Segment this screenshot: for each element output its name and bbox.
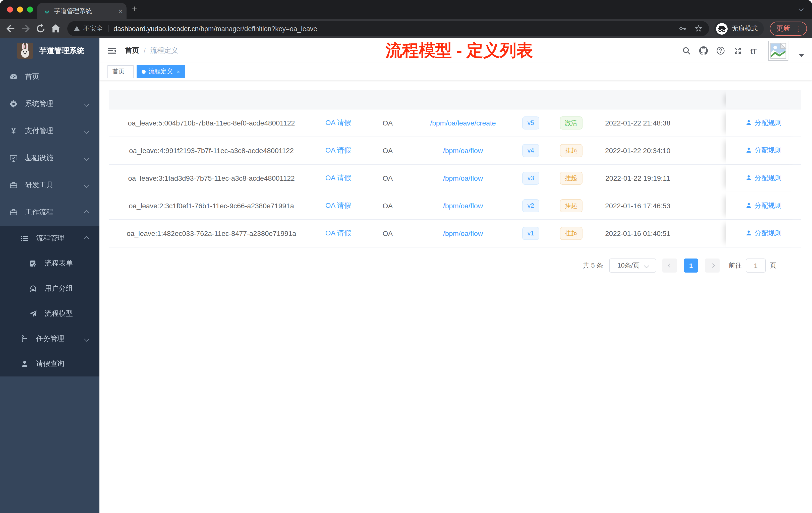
goto-page-input[interactable] <box>746 259 766 273</box>
goto-unit: 页 <box>770 261 776 270</box>
deploy-time: 2022-01-22 19:19:11 <box>593 174 682 182</box>
user-icon <box>20 359 29 368</box>
close-icon[interactable]: × <box>177 68 180 74</box>
new-tab-button[interactable]: + <box>132 3 137 14</box>
tag[interactable]: 首页 <box>108 65 134 78</box>
browser-tab[interactable]: 芋道管理系统 × <box>37 3 126 19</box>
maximize-window-button[interactable] <box>27 6 33 12</box>
list-icon <box>20 234 29 243</box>
page-number-button[interactable]: 1 <box>684 259 698 273</box>
definition-name-link[interactable]: OA 请假 <box>325 146 351 154</box>
breadcrumb-home[interactable]: 首页 <box>125 46 139 55</box>
monitor-icon <box>9 154 18 163</box>
chevron-down-icon[interactable] <box>799 54 804 57</box>
assign-rule-link[interactable]: 分配规则 <box>745 118 782 127</box>
next-page-button[interactable] <box>705 259 720 273</box>
sidebar-item[interactable]: 流程模型 <box>0 301 99 326</box>
forward-icon[interactable] <box>19 22 32 35</box>
font-size-icon[interactable]: tT <box>750 47 756 55</box>
url-domain: dashboard.yudao.iocoder.cn <box>114 25 199 32</box>
assign-rule-link[interactable]: 分配规则 <box>745 174 782 183</box>
star-icon[interactable] <box>694 24 703 33</box>
version-badge: v1 <box>522 227 539 240</box>
question-icon[interactable] <box>716 46 725 55</box>
key-icon[interactable] <box>678 24 687 33</box>
form-link[interactable]: /bpm/oa/leave/create <box>430 119 496 127</box>
sidebar-item[interactable]: 用户分组 <box>0 276 99 301</box>
form-link[interactable]: /bpm/oa/flow <box>443 230 483 237</box>
url-text[interactable]: dashboard.yudao.iocoder.cn/bpm/manager/d… <box>114 25 673 32</box>
form-link[interactable]: /bpm/oa/flow <box>443 174 483 182</box>
hamburger-icon[interactable] <box>107 46 117 56</box>
definition-table: oa_leave:5:004b710b-7b8a-11ec-8ef0-acde4… <box>109 90 801 247</box>
sidebar-item[interactable]: 基础设施 <box>0 145 99 172</box>
assign-rule-link[interactable]: 分配规则 <box>745 201 782 210</box>
assign-rule-link[interactable]: 分配规则 <box>745 229 782 238</box>
sidebar-item[interactable]: 流程管理 <box>0 226 99 251</box>
version-badge: v3 <box>522 172 539 185</box>
github-icon[interactable] <box>699 46 708 55</box>
definition-name-link[interactable]: OA 请假 <box>325 229 351 237</box>
sidebar-item[interactable]: 研发工具 <box>0 172 99 199</box>
sidebar-item[interactable]: 工作流程 <box>0 199 99 226</box>
form-link[interactable]: /bpm/oa/flow <box>443 202 483 210</box>
sidebar-item[interactable]: 首页 <box>0 63 99 90</box>
address-bar[interactable]: 不安全 dashboard.yudao.iocoder.cn/bpm/manag… <box>67 21 709 36</box>
definition-name-link[interactable]: OA 请假 <box>325 118 351 126</box>
table-row: oa_leave:5:004b710b-7b8a-11ec-8ef0-acde4… <box>109 110 801 137</box>
browser-update-button[interactable]: 更新 ⋮ <box>770 22 807 36</box>
assign-rule-link[interactable]: 分配规则 <box>745 146 782 155</box>
browser-menu-dots-icon[interactable]: ⋮ <box>795 25 802 32</box>
reload-icon[interactable] <box>34 22 47 35</box>
fullscreen-icon[interactable] <box>733 46 742 55</box>
toolbox-icon <box>9 208 18 217</box>
tab-search-chevron-icon[interactable] <box>799 6 804 11</box>
definition-id: oa_leave:3:1fad3d93-7b75-11ec-a3c8-acde4… <box>109 174 314 182</box>
users-icon <box>29 284 38 293</box>
form-icon <box>29 259 38 268</box>
status-badge: 挂起 <box>560 227 582 240</box>
app-navbar: 首页 / 流程定义 流程模型 - 定义列表 tT <box>99 38 812 63</box>
form-link[interactable]: /bpm/oa/flow <box>443 147 483 155</box>
definition-category: OA <box>362 230 413 237</box>
version-badge: v4 <box>522 144 539 157</box>
definition-name-link[interactable]: OA 请假 <box>325 174 351 182</box>
search-icon[interactable] <box>682 46 691 55</box>
security-label[interactable]: 不安全 <box>83 24 103 33</box>
sidebar-logo-row[interactable]: 芋道管理系统 <box>0 38 99 63</box>
definition-name-link[interactable]: OA 请假 <box>325 201 351 209</box>
main-area: 首页 / 流程定义 流程模型 - 定义列表 tT 首页 <box>99 38 812 513</box>
sidebar-item[interactable]: 系统管理 <box>0 90 99 117</box>
breadcrumb-separator: / <box>144 47 146 55</box>
traffic-lights <box>7 6 33 12</box>
table-header-row <box>109 90 801 110</box>
rabbit-avatar <box>17 43 33 59</box>
sidebar-item[interactable]: 流程表单 <box>0 251 99 276</box>
minimize-window-button[interactable] <box>17 6 23 12</box>
version-badge: v2 <box>522 199 539 212</box>
avatar[interactable] <box>768 41 788 61</box>
goto-label: 前往 <box>729 261 742 270</box>
home-icon[interactable] <box>49 22 62 35</box>
navbar-right-icons: tT <box>682 41 804 61</box>
tag[interactable]: 流程定义 × <box>137 65 185 78</box>
deploy-time: 2022-01-16 01:40:51 <box>593 230 682 237</box>
back-icon[interactable] <box>4 22 17 35</box>
definition-id: oa_leave:1:482ec033-762a-11ec-8477-a2380… <box>109 230 314 237</box>
send-icon <box>29 309 38 318</box>
close-window-button[interactable] <box>7 6 13 12</box>
active-dot <box>142 69 146 73</box>
definition-id: oa_leave:2:3c1f0ef1-76b1-11ec-9c66-a2380… <box>109 202 314 210</box>
sidebar-item[interactable]: 任务管理 <box>0 326 99 351</box>
prev-page-button[interactable] <box>662 259 677 273</box>
url-path: /bpm/manager/definition?key=oa_leave <box>199 25 317 32</box>
tab-close-icon[interactable]: × <box>118 7 122 14</box>
sidebar-item[interactable]: 请假查询 <box>0 351 99 376</box>
table-row: oa_leave:4:991f2193-7b7f-11ec-a3c8-acde4… <box>109 137 801 164</box>
sidebar-item[interactable]: ¥ 支付管理 <box>0 117 99 145</box>
deploy-time: 2022-01-22 20:34:10 <box>593 147 682 155</box>
warning-icon <box>73 25 80 32</box>
version-badge: v5 <box>522 117 539 129</box>
page-size-select[interactable]: 10条/页 <box>609 259 656 273</box>
page-content: oa_leave:5:004b710b-7b8a-11ec-8ef0-acde4… <box>99 80 812 513</box>
